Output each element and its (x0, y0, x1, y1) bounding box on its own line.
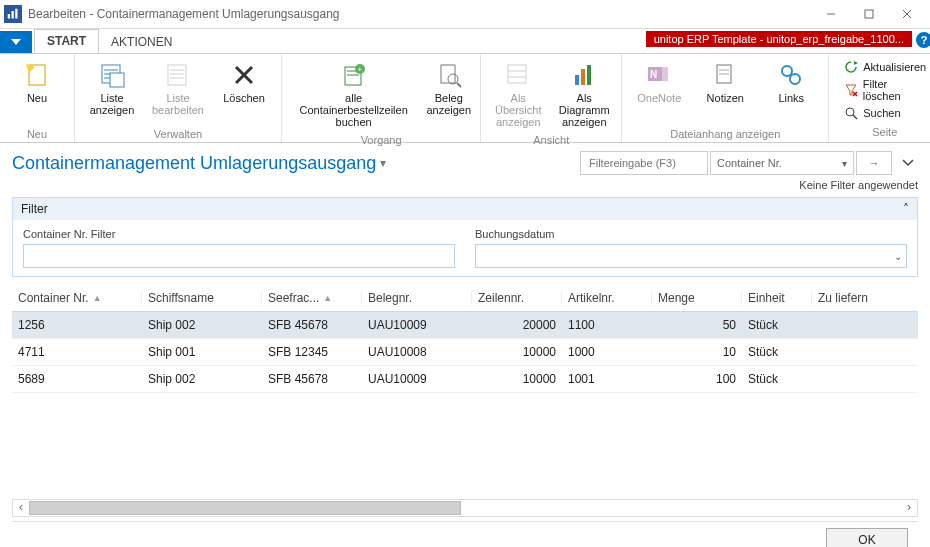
cell-einheit: Stück (742, 345, 812, 359)
svg-marker-7 (11, 39, 21, 45)
als-diagramm-button[interactable]: Als Diagramm anzeigen (553, 56, 615, 132)
scroll-right-button[interactable]: › (901, 500, 917, 514)
search-icon (843, 105, 859, 121)
clear-filter-icon (843, 82, 859, 98)
filter-panel-header[interactable]: Filter˄ (13, 198, 917, 220)
new-icon (22, 60, 52, 90)
container-filter-label: Container Nr. Filter (23, 228, 455, 240)
cell-container: 4711 (12, 345, 142, 359)
svg-text:N: N (650, 69, 657, 80)
help-button[interactable]: ? (916, 32, 930, 48)
svg-text:+: + (357, 65, 362, 74)
svg-rect-14 (110, 73, 124, 87)
svg-rect-29 (508, 65, 526, 83)
svg-point-41 (782, 66, 792, 76)
cell-beleg: UAU10009 (362, 318, 472, 332)
table-row[interactable]: 5689Ship 002SFB 45678UAU1000910000100110… (12, 366, 918, 393)
aktualisieren-button[interactable]: Aktualisieren (839, 58, 930, 76)
links-button[interactable]: Links (760, 56, 822, 108)
template-banner: unitop ERP Template - unitop_erp_freigab… (646, 31, 912, 47)
minimize-button[interactable] (812, 0, 850, 28)
page-title[interactable]: Containermanagement Umlagerungsausgang▾ (12, 153, 580, 174)
notes-icon (710, 60, 740, 90)
col-container[interactable]: Container Nr.▲ (12, 291, 142, 305)
horizontal-scrollbar[interactable]: ‹ › (12, 499, 918, 517)
col-menge[interactable]: Menge (652, 291, 742, 305)
refresh-icon (843, 59, 859, 75)
beleg-anzeigen-button[interactable]: Beleg anzeigen (423, 56, 474, 120)
group-label-neu: Neu (6, 126, 68, 140)
tab-start[interactable]: START (34, 29, 99, 53)
tab-aktionen[interactable]: AKTIONEN (99, 31, 184, 53)
edit-list-icon (163, 60, 193, 90)
col-seefrac[interactable]: Seefrac...▲ (262, 291, 362, 305)
titlebar: Bearbeiten - Containermanagement Umlager… (0, 0, 930, 29)
chevron-down-icon: ▾ (842, 158, 847, 169)
table-row[interactable]: 4711Ship 001SFB 12345UAU1000810000100010… (12, 339, 918, 366)
col-zeilennr[interactable]: Zeilennr. (472, 291, 562, 305)
group-label-seite: Seite (835, 124, 930, 138)
quick-filter-column[interactable]: Container Nr.▾ (710, 151, 854, 175)
neu-button[interactable]: Neu (6, 56, 68, 108)
group-label-dateianhang: Dateianhang anzeigen (628, 126, 822, 140)
group-label-ansicht: Ansicht (487, 132, 615, 146)
cell-zu_liefern: 50 (812, 318, 918, 332)
filter-panel: Filter˄ Container Nr. Filter Buchungsdat… (12, 197, 918, 277)
scroll-left-button[interactable]: ‹ (13, 500, 29, 514)
suchen-button[interactable]: Suchen (839, 104, 930, 122)
col-zu-liefern[interactable]: Zu liefern (812, 291, 918, 305)
cell-zeilen: 10000 (472, 372, 562, 386)
col-artikelnr[interactable]: Artikelnr. (562, 291, 652, 305)
cell-container: 1256 (12, 318, 142, 332)
ok-button[interactable]: OK (826, 528, 908, 547)
quick-filter-input[interactable] (587, 156, 701, 170)
cell-seefrac: SFB 45678 (262, 372, 362, 386)
container-filter-input[interactable] (23, 244, 455, 268)
svg-line-48 (853, 115, 857, 119)
cell-artikel: 1000 (562, 345, 652, 359)
filter-loeschen-button[interactable]: Filter löschen (839, 77, 930, 103)
notizen-button[interactable]: Notizen (694, 56, 756, 108)
svg-rect-0 (8, 14, 10, 19)
scroll-thumb[interactable] (29, 501, 461, 515)
window-title: Bearbeiten - Containermanagement Umlager… (28, 7, 812, 21)
sort-icon: ▲ (93, 293, 102, 303)
overview-icon (503, 60, 533, 90)
expand-button[interactable] (898, 159, 918, 167)
cell-beleg: UAU10009 (362, 372, 472, 386)
col-einheit[interactable]: Einheit (742, 291, 812, 305)
file-menu-button[interactable] (0, 31, 32, 53)
quick-filter-go-button[interactable]: → (856, 151, 892, 175)
cell-zeilen: 20000 (472, 318, 562, 332)
ribbon-tabstrip: START AKTIONEN unitop ERP Template - uni… (0, 29, 930, 53)
close-button[interactable] (888, 0, 926, 28)
onenote-button: N OneNote (628, 56, 690, 108)
grid-header: Container Nr.▲ Schiffsname Seefrac...▲ B… (12, 285, 918, 312)
delete-icon (229, 60, 259, 90)
col-schiffsname[interactable]: Schiffsname (142, 291, 262, 305)
als-uebersicht-button: Als Übersicht anzeigen (487, 56, 549, 132)
svg-rect-4 (865, 10, 873, 18)
svg-marker-43 (854, 61, 858, 65)
cell-menge: 10 (652, 345, 742, 359)
col-belegnr[interactable]: Belegnr. (362, 291, 472, 305)
group-label-verwalten: Verwalten (81, 126, 275, 140)
liste-anzeigen-button[interactable]: Liste anzeigen (81, 56, 143, 120)
quick-filter-input-wrap[interactable] (580, 151, 708, 175)
svg-rect-37 (662, 67, 668, 81)
data-grid: Container Nr.▲ Schiffsname Seefrac...▲ B… (12, 285, 918, 495)
table-row[interactable]: 1256Ship 002SFB 45678UAU1000920000110050… (12, 312, 918, 339)
cell-artikel: 1100 (562, 318, 652, 332)
cell-menge: 50 (652, 318, 742, 332)
svg-point-47 (846, 108, 854, 116)
post-icon: + (339, 60, 369, 90)
sort-icon: ▲ (323, 293, 332, 303)
buchungsdatum-select[interactable]: ⌄ (475, 244, 907, 268)
cell-schiff: Ship 002 (142, 372, 262, 386)
svg-rect-34 (587, 65, 591, 85)
loeschen-button[interactable]: Löschen (213, 56, 275, 108)
alle-buchen-button[interactable]: + alle Containerbestellzeilen buchen (288, 56, 419, 132)
filter-status: Keine Filter angewendet (12, 179, 918, 191)
maximize-button[interactable] (850, 0, 888, 28)
chevron-down-icon: ⌄ (894, 251, 902, 262)
